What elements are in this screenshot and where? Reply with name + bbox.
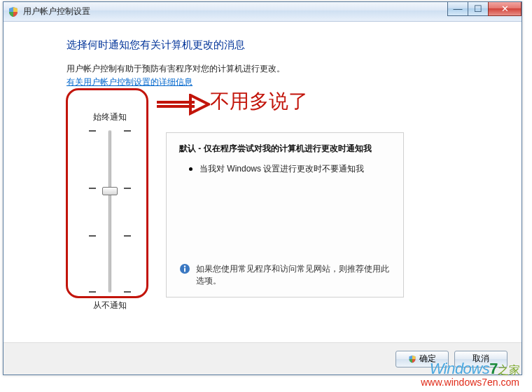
svg-rect-2 (184, 268, 186, 272)
close-button[interactable]: ✕ (488, 2, 522, 16)
maximize-button[interactable]: ☐ (468, 2, 489, 16)
window-title: 用户帐户控制设置 (23, 6, 90, 18)
learn-more-link[interactable]: 有关用户帐户控制设置的详细信息 (66, 77, 192, 87)
cancel-label: 取消 (472, 353, 489, 365)
level-detail: 当我对 Windows 设置进行更改时不要通知我 (189, 163, 391, 175)
slider-thumb[interactable] (102, 187, 118, 195)
slider-bottom-label: 从不通知 (68, 300, 152, 312)
minimize-button[interactable]: — (447, 2, 468, 16)
shield-icon (408, 355, 416, 363)
uac-settings-window: 用户帐户控制设置 — ☐ ✕ 选择何时通知您有关计算机更改的消息 用户帐户控制有… (3, 1, 522, 375)
shield-icon (8, 6, 19, 18)
bullet-icon (189, 167, 192, 171)
level-detail-text: 当我对 Windows 设置进行更改时不要通知我 (200, 163, 364, 175)
watermark-url: www.windows7en.com (421, 377, 519, 388)
notification-slider: 始终通知 从不通知 (68, 111, 152, 312)
page-description: 用户帐户控制有助于预防有害程序对您的计算机进行更改。 (66, 63, 477, 75)
level-title: 默认 - 仅在程序尝试对我的计算机进行更改时通知我 (179, 143, 391, 155)
window-controls: — ☐ ✕ (448, 2, 522, 16)
slider-top-label: 始终通知 (68, 111, 152, 123)
ok-button[interactable]: 确定 (396, 351, 449, 368)
dialog-footer: 确定 取消 (4, 342, 522, 374)
content-area: 选择何时通知您有关计算机更改的消息 用户帐户控制有助于预防有害程序对您的计算机进… (4, 22, 522, 342)
svg-point-1 (184, 265, 186, 267)
level-info-panel: 默认 - 仅在程序尝试对我的计算机进行更改时通知我 当我对 Windows 设置… (166, 132, 404, 298)
recommendation: 如果您使用常见程序和访问常见网站，则推荐使用此选项。 (179, 263, 391, 287)
slider-track[interactable] (89, 127, 131, 295)
cancel-button[interactable]: 取消 (454, 351, 507, 368)
page-heading: 选择何时通知您有关计算机更改的消息 (66, 38, 477, 52)
ok-label: 确定 (419, 353, 436, 365)
info-icon (179, 263, 190, 274)
titlebar[interactable]: 用户帐户控制设置 — ☐ ✕ (4, 2, 522, 22)
recommendation-text: 如果您使用常见程序和访问常见网站，则推荐使用此选项。 (196, 263, 391, 287)
slider-groove (108, 130, 111, 293)
